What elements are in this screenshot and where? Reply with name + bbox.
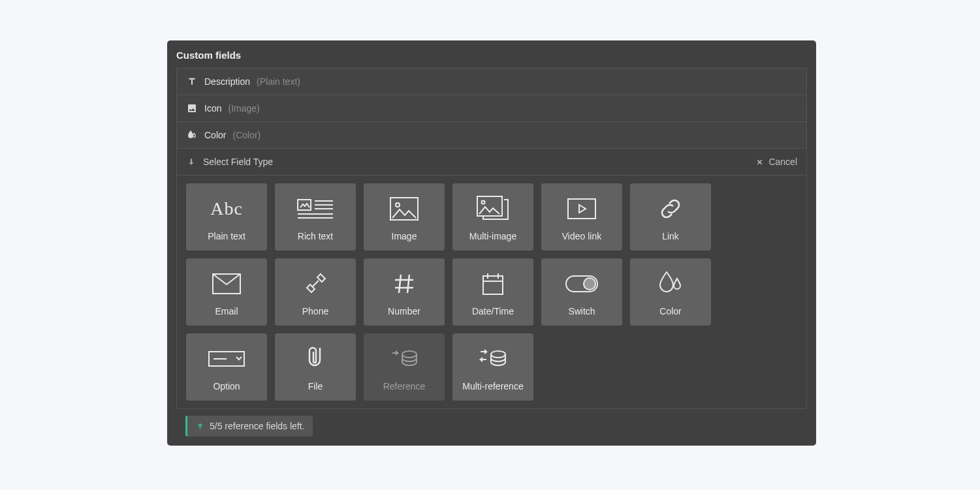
video-icon <box>566 192 597 226</box>
field-hint: (Color) <box>232 130 261 140</box>
field-hint: (Plain text) <box>257 76 300 87</box>
panel-title: Custom fields <box>176 50 807 61</box>
select-field-type-label: Select Field Type <box>203 157 273 167</box>
svg-point-21 <box>584 278 595 290</box>
card-label: File <box>308 381 323 392</box>
card-label: Image <box>392 231 417 242</box>
card-label: Reference <box>383 381 426 392</box>
image-large-icon <box>388 192 420 226</box>
svg-point-7 <box>396 203 400 207</box>
color-large-icon <box>656 267 685 301</box>
card-label: Option <box>213 381 240 392</box>
card-label: Phone <box>302 306 328 317</box>
card-label: Color <box>659 306 681 317</box>
card-label: Number <box>388 306 420 317</box>
field-row-color[interactable]: Color (Color) <box>176 122 807 149</box>
card-label: Plain text <box>208 231 245 242</box>
type-option[interactable]: Option <box>186 333 267 401</box>
switch-icon <box>564 267 599 301</box>
field-label: Color <box>204 130 226 140</box>
field-hint: (Image) <box>228 103 259 114</box>
card-label: Link <box>662 231 679 242</box>
card-label: Email <box>215 306 238 317</box>
card-label: Multi-image <box>469 231 516 242</box>
multi-image-icon <box>475 192 511 226</box>
arrow-up-icon <box>195 421 204 431</box>
type-email[interactable]: Email <box>186 258 267 326</box>
type-number[interactable]: Number <box>364 258 445 326</box>
email-icon <box>211 267 242 301</box>
type-multi-reference[interactable]: Multi-reference <box>452 333 533 401</box>
multi-reference-icon <box>477 342 509 376</box>
type-rich-text[interactable]: Rich text <box>275 183 356 251</box>
quota-text: 5/5 reference fields left. <box>210 421 305 431</box>
svg-rect-10 <box>568 199 595 219</box>
svg-rect-16 <box>483 276 503 294</box>
card-label: Rich text <box>298 231 333 242</box>
cancel-label: Cancel <box>768 157 797 167</box>
card-label: Date/Time <box>472 306 514 317</box>
arrow-down-icon <box>186 157 197 167</box>
cancel-button[interactable]: Cancel <box>755 157 797 167</box>
svg-point-9 <box>482 201 485 204</box>
select-field-type-row: Select Field Type Cancel <box>176 149 807 176</box>
type-datetime[interactable]: Date/Time <box>452 258 533 326</box>
svg-line-15 <box>407 275 409 293</box>
image-icon <box>186 102 198 114</box>
field-label: Icon <box>204 103 221 114</box>
field-row-icon[interactable]: Icon (Image) <box>176 95 807 122</box>
file-icon <box>304 342 327 376</box>
reference-quota: 5/5 reference fields left. <box>185 416 313 436</box>
option-icon <box>207 342 246 376</box>
type-file[interactable]: File <box>275 333 356 401</box>
type-link[interactable]: Link <box>630 183 711 251</box>
abc-icon: Abc <box>210 192 243 226</box>
svg-point-25 <box>491 351 505 358</box>
svg-point-24 <box>402 351 417 358</box>
type-reference: Reference <box>364 333 445 401</box>
richtext-icon <box>296 192 334 226</box>
phone-icon <box>302 267 328 301</box>
type-color[interactable]: Color <box>630 258 711 326</box>
reference-icon <box>388 342 420 376</box>
number-icon <box>391 267 417 301</box>
text-icon <box>186 76 198 87</box>
card-label: Multi-reference <box>462 381 523 392</box>
type-video-link[interactable]: Video link <box>541 183 622 251</box>
svg-line-14 <box>399 275 401 293</box>
field-row-description[interactable]: Description (Plain text) <box>176 68 807 95</box>
card-label: Video link <box>562 231 601 242</box>
type-switch[interactable]: Switch <box>541 258 622 326</box>
type-plain-text[interactable]: Abc Plain text <box>186 183 267 251</box>
type-phone[interactable]: Phone <box>275 258 356 326</box>
card-label: Switch <box>568 306 595 317</box>
close-icon <box>755 157 764 166</box>
type-image[interactable]: Image <box>364 183 445 251</box>
calendar-icon <box>480 267 506 301</box>
custom-fields-panel: Custom fields Description (Plain text) I… <box>167 40 816 446</box>
type-multi-image[interactable]: Multi-image <box>452 183 533 251</box>
field-label: Description <box>204 76 250 87</box>
field-type-grid: Abc Plain text Rich text Image Multi-ima… <box>176 176 807 409</box>
link-icon <box>657 192 684 226</box>
color-icon <box>186 129 198 141</box>
